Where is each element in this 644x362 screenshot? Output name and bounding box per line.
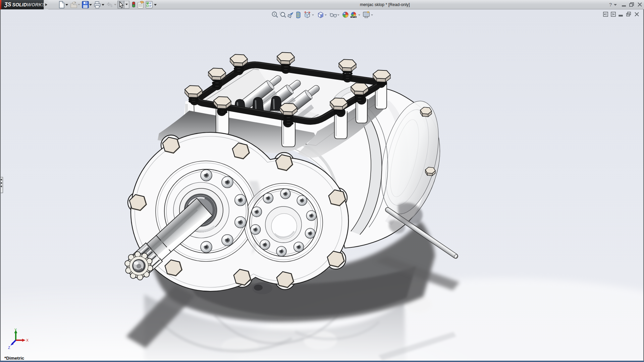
svg-text:X: X [26,338,29,342]
svg-text:Z: Z [8,346,10,350]
svg-text:Y: Y [14,328,17,332]
svg-text:?: ? [609,2,612,7]
